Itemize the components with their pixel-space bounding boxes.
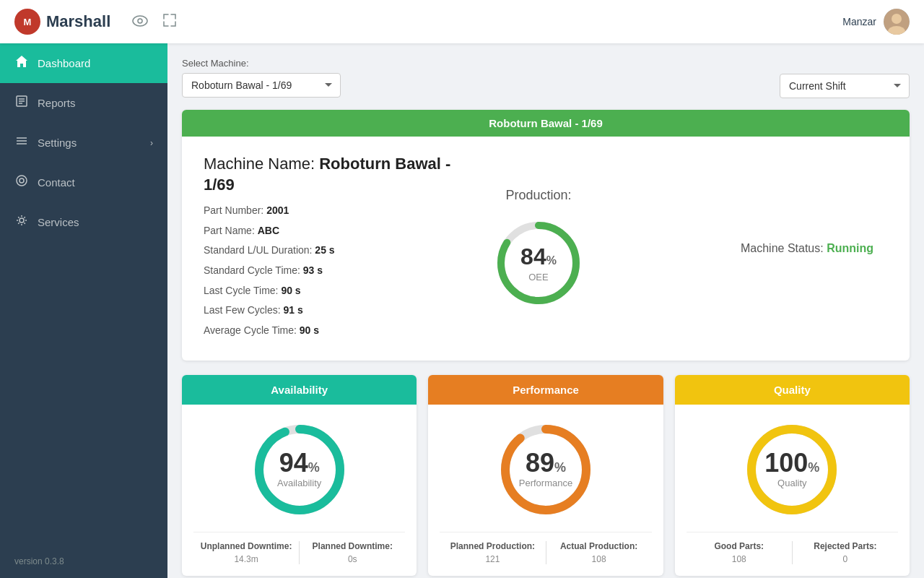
machine-status: Machine Status: Running — [741, 242, 873, 255]
svg-point-3 — [138, 19, 142, 23]
performance-header: Performance — [428, 375, 663, 405]
machine-select-group: Select Machine: Roboturn Bawal - 1/69 — [182, 58, 341, 98]
availability-card: Availability 94% Availability — [182, 375, 417, 576]
machine-select-row: Select Machine: Roboturn Bawal - 1/69 Cu… — [182, 58, 910, 98]
eye-icon[interactable] — [132, 14, 148, 30]
performance-card: Performance 89% Performance — [428, 375, 663, 576]
quality-header: Quality — [675, 375, 910, 405]
contact-icon — [14, 174, 29, 191]
machine-status-value: Running — [827, 242, 873, 254]
machine-card-body: Machine Name: Roboturn Bawal - 1/69 Part… — [182, 137, 910, 361]
quality-body: 100% Quality Good Parts: 108 Rejected Pa… — [675, 405, 910, 576]
svg-point-2 — [133, 16, 147, 26]
avg-cycle-time: Average Cycle Time: 90 s — [204, 324, 463, 338]
sidebar-label-reports: Reports — [38, 97, 76, 109]
header-icons — [132, 13, 177, 31]
actual-production: Actual Production: 108 — [546, 541, 652, 564]
planned-downtime: Planned Downtime: 0s — [299, 541, 405, 564]
performance-value: 89% Performance — [519, 450, 572, 489]
machine-info-card: Roboturn Bawal - 1/69 Machine Name: Robo… — [182, 110, 910, 361]
rejected-parts: Rejected Parts: 0 — [792, 541, 898, 564]
oee-section: Production: 84% OEE — [463, 188, 614, 310]
version-text: version 0.3.8 — [0, 545, 167, 578]
part-name: Part Name: ABC — [204, 224, 463, 238]
sidebar-item-settings[interactable]: Settings › — [0, 123, 167, 163]
machine-select-dropdown[interactable]: Roboturn Bawal - 1/69 — [182, 73, 341, 98]
quality-value: 100% Quality — [764, 450, 819, 489]
header: M Marshall Manzar — [0, 0, 924, 43]
machine-card-header: Roboturn Bawal - 1/69 — [182, 110, 910, 137]
quality-card: Quality 100% Quality — [675, 375, 910, 576]
reports-icon — [14, 95, 29, 111]
unplanned-downtime: Unplanned Downtime: 14.3m — [193, 541, 299, 564]
quality-circle: 100% Quality — [741, 419, 842, 520]
availability-value: 94% Availability — [277, 450, 321, 489]
username: Manzar — [842, 16, 876, 27]
planned-production: Planned Production: 121 — [440, 541, 545, 564]
std-cycle-time: Standard Cycle Time: 93 s — [204, 264, 463, 278]
performance-body: 89% Performance Planned Production: 121 … — [428, 405, 663, 576]
machine-status-section: Machine Status: Running — [614, 242, 888, 255]
logo: M Marshall — [14, 9, 110, 35]
sidebar: Dashboard Reports Settings › Contact S — [0, 43, 167, 578]
oee-value: 84% OEE — [520, 243, 557, 282]
performance-stats: Planned Production: 121 Actual Productio… — [440, 532, 651, 564]
svg-point-5 — [892, 14, 902, 24]
sidebar-item-services[interactable]: Services — [0, 202, 167, 242]
availability-stats: Unplanned Downtime: 14.3m Planned Downti… — [193, 532, 405, 564]
settings-icon — [14, 134, 29, 151]
logo-text: Marshall — [46, 12, 110, 31]
logo-svg: M — [19, 14, 35, 30]
home-icon — [14, 55, 29, 72]
production-label: Production: — [505, 188, 571, 203]
sidebar-label-services: Services — [38, 216, 79, 228]
main-content: Select Machine: Roboturn Bawal - 1/69 Cu… — [167, 43, 924, 578]
availability-header: Availability — [182, 375, 417, 405]
availability-body: 94% Availability Unplanned Downtime: 14.… — [182, 405, 417, 576]
svg-point-16 — [19, 218, 24, 223]
last-cycle-time: Last Cycle Time: 90 s — [204, 284, 463, 298]
shift-select-dropdown[interactable]: Current Shift — [780, 74, 910, 98]
sidebar-item-dashboard[interactable]: Dashboard — [0, 43, 167, 83]
std-lu-duration: Standard L/UL Duration: 25 s — [204, 243, 463, 258]
sidebar-label-dashboard: Dashboard — [38, 57, 90, 69]
avatar — [884, 9, 910, 35]
oee-circle: 84% OEE — [492, 216, 585, 310]
sidebar-label-contact: Contact — [38, 176, 75, 189]
services-icon — [14, 214, 29, 230]
sidebar-item-contact[interactable]: Contact — [0, 163, 167, 202]
good-parts: Good Parts: 108 — [687, 541, 792, 564]
expand-icon[interactable] — [162, 13, 177, 31]
part-number: Part Number: 2001 — [204, 204, 463, 218]
sidebar-item-reports[interactable]: Reports — [0, 83, 167, 123]
logo-icon: M — [14, 9, 40, 35]
machine-name: Machine Name: Roboturn Bawal - 1/69 — [204, 154, 463, 195]
machine-info: Machine Name: Roboturn Bawal - 1/69 Part… — [204, 154, 463, 343]
last-few-cycles: Last Few Cycles: 91 s — [204, 303, 463, 318]
performance-circle: 89% Performance — [495, 419, 596, 520]
svg-point-15 — [19, 178, 24, 183]
svg-text:M: M — [24, 17, 32, 27]
quality-stats: Good Parts: 108 Rejected Parts: 0 — [687, 532, 898, 564]
header-right: Manzar — [842, 9, 910, 35]
layout: Dashboard Reports Settings › Contact S — [0, 43, 924, 578]
chevron-right-icon: › — [150, 138, 153, 148]
svg-point-14 — [17, 176, 27, 186]
sidebar-label-settings: Settings — [38, 137, 77, 149]
machine-select-label: Select Machine: — [182, 58, 341, 69]
availability-circle: 94% Availability — [249, 419, 350, 520]
metrics-row: Availability 94% Availability — [182, 375, 910, 576]
